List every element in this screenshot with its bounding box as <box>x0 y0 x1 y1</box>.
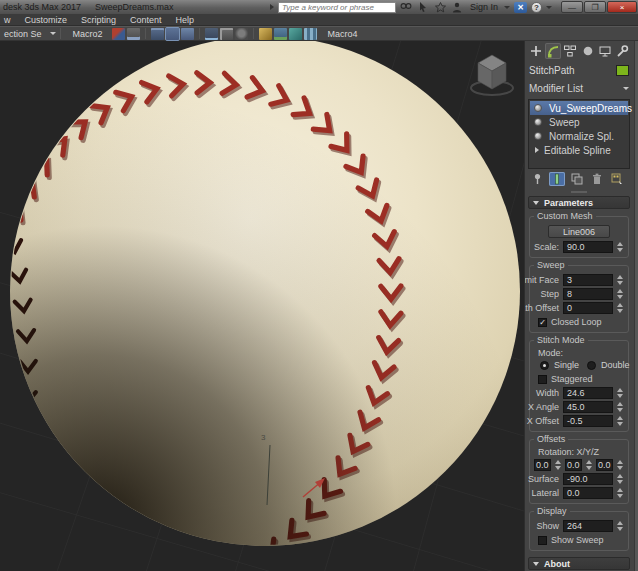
command-panel-tabs <box>525 41 633 60</box>
baseball-shadow-overlay <box>10 41 520 546</box>
align-icon[interactable] <box>205 28 218 40</box>
lasso-icon[interactable] <box>235 28 248 40</box>
user-icon[interactable] <box>451 2 464 13</box>
pen-tools-icon[interactable] <box>112 28 125 40</box>
help-icon[interactable]: ? <box>531 2 542 13</box>
material-editor-icon[interactable] <box>181 28 194 40</box>
width-field[interactable]: 24.6 <box>563 387 613 399</box>
tab-display[interactable] <box>597 43 613 59</box>
show-spinner[interactable] <box>615 520 624 532</box>
stack-item-editable-spline[interactable]: Editable Spline <box>530 143 628 157</box>
search-input[interactable] <box>278 2 396 13</box>
step-spinner[interactable] <box>615 288 624 300</box>
a360-icon[interactable]: ✕ <box>514 2 527 13</box>
stack-item-vu-sweepdreams[interactable]: Vu_SweepDreams <box>530 101 628 115</box>
scale-label: Scale: <box>534 242 559 252</box>
configure-modifier-sets-icon[interactable] <box>609 172 625 186</box>
panel-resize-handle[interactable] <box>571 191 587 193</box>
render-frame-icon[interactable] <box>274 28 287 40</box>
minimize-button[interactable]: — <box>561 1 583 13</box>
surface-field[interactable]: -90.0 <box>563 473 613 485</box>
layer-tools-icon[interactable] <box>127 28 140 40</box>
rollout-about[interactable]: About <box>528 557 630 570</box>
modifier-on-off-icon[interactable] <box>534 104 542 112</box>
lateral-field[interactable]: 0.0 <box>563 487 613 499</box>
render-iterative-icon[interactable] <box>304 28 317 40</box>
width-spinner[interactable] <box>615 387 624 399</box>
lateral-spinner[interactable] <box>615 487 624 499</box>
mesh-pick-button[interactable]: Line006 <box>548 225 610 238</box>
tab-utilities[interactable] <box>614 43 630 59</box>
toolbar-separator <box>253 28 254 39</box>
selection-set-dropdown[interactable]: ection Se <box>4 29 42 39</box>
rotation-y-field[interactable]: 0.0 <box>565 459 582 471</box>
help-dropdown-icon[interactable] <box>546 6 552 9</box>
stack-item-sweep[interactable]: Sweep <box>530 115 628 129</box>
rotation-x-field[interactable]: 0.0 <box>534 459 551 471</box>
close-button[interactable]: × <box>607 1 637 13</box>
double-radio[interactable] <box>587 361 596 370</box>
tab-create[interactable] <box>528 43 544 59</box>
modifier-on-off-icon[interactable] <box>534 118 542 126</box>
expand-arrow-icon[interactable] <box>535 147 539 153</box>
perspective-viewport[interactable]: 3 <box>0 41 524 571</box>
favorites-star-icon[interactable] <box>434 2 447 13</box>
render-setup-icon[interactable] <box>259 28 272 40</box>
rollout-parameters[interactable]: Parameters <box>528 196 630 209</box>
rotation-z-field[interactable]: 0.0 <box>596 459 613 471</box>
menu-item-help[interactable]: Help <box>176 15 195 25</box>
modifier-list-dropdown[interactable]: Modifier List <box>525 81 633 96</box>
tab-modify[interactable] <box>545 43 561 59</box>
show-field[interactable]: 264 <box>563 520 613 532</box>
emit-face-spinner[interactable] <box>615 274 624 286</box>
collapse-search-icon[interactable] <box>270 4 274 10</box>
rotation-y-spinner[interactable] <box>584 459 593 471</box>
lateral-label: Lateral <box>531 488 559 498</box>
maximize-button[interactable]: ❐ <box>584 1 606 13</box>
rotation-x-spinner[interactable] <box>553 459 562 471</box>
object-name-field[interactable]: StitchPath <box>529 65 575 76</box>
scale-field[interactable]: 90.0 <box>563 241 613 253</box>
step-field[interactable]: 8 <box>563 288 613 300</box>
path-offset-field[interactable]: 0 <box>563 302 613 314</box>
staggered-checkbox[interactable] <box>538 375 547 384</box>
emit-face-field[interactable]: 3 <box>563 274 613 286</box>
menu-item-scripting[interactable]: Scripting <box>81 15 116 25</box>
object-color-swatch[interactable] <box>616 65 629 76</box>
show-end-result-icon[interactable] <box>549 172 565 186</box>
search-icon[interactable] <box>400 2 413 13</box>
surface-spinner[interactable] <box>615 473 624 485</box>
render-production-icon[interactable] <box>289 28 302 40</box>
curve-editor-icon[interactable] <box>151 28 164 40</box>
make-unique-icon[interactable] <box>569 172 585 186</box>
path-offset-spinner[interactable] <box>615 302 624 314</box>
single-radio[interactable] <box>540 361 549 370</box>
panel-scrollbar[interactable] <box>634 41 638 571</box>
selection-set-dropdown-icon[interactable] <box>50 32 56 35</box>
scale-spinner[interactable] <box>615 241 624 253</box>
sign-in-button[interactable]: Sign In <box>470 2 498 12</box>
x-angle-field[interactable]: 45.0 <box>563 401 613 413</box>
title-bar[interactable]: desk 3ds Max 2017 SweepDreams.max Sign I… <box>0 0 638 14</box>
pin-stack-icon[interactable] <box>529 172 545 186</box>
menu-item-partial[interactable]: w <box>4 15 11 25</box>
show-sweep-checkbox[interactable] <box>538 536 547 545</box>
remove-modifier-icon[interactable] <box>589 172 605 186</box>
x-offset-field[interactable]: -0.5 <box>563 415 613 427</box>
macro4-button[interactable]: Macro4 <box>328 29 358 39</box>
menu-item-content[interactable]: Content <box>130 15 162 25</box>
macro2-button[interactable]: Macro2 <box>73 29 103 39</box>
closed-loop-checkbox[interactable]: ✓ <box>538 318 547 327</box>
stack-item-normalize-spl[interactable]: Normalize Spl. <box>530 129 628 143</box>
cursor-icon[interactable] <box>417 2 430 13</box>
rotation-z-spinner[interactable] <box>615 459 624 471</box>
window-icon[interactable] <box>220 28 233 40</box>
menu-item-customize[interactable]: Customize <box>25 15 68 25</box>
x-offset-spinner[interactable] <box>615 415 624 427</box>
tab-motion[interactable] <box>580 43 596 59</box>
sign-in-dropdown-icon[interactable] <box>504 6 510 9</box>
modifier-on-off-icon[interactable] <box>534 132 542 140</box>
x-angle-spinner[interactable] <box>615 401 624 413</box>
schematic-view-icon[interactable] <box>166 28 179 40</box>
tab-hierarchy[interactable] <box>562 43 578 59</box>
